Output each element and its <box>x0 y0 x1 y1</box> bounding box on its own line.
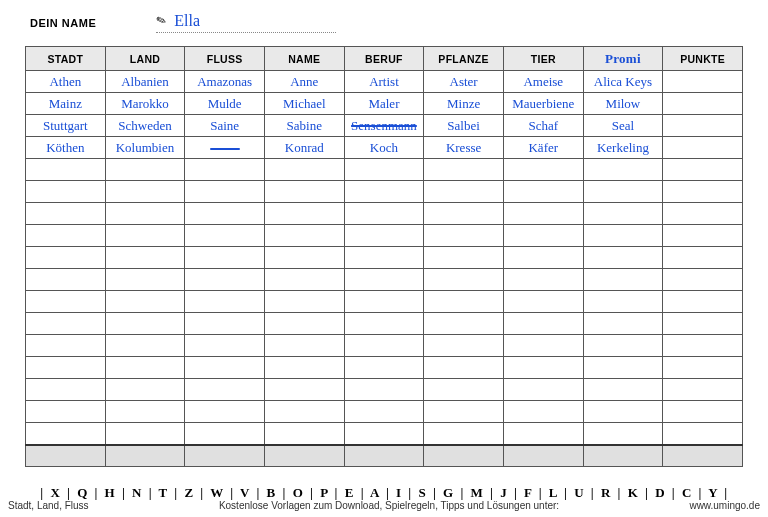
cell[interactable] <box>663 335 743 357</box>
cell[interactable] <box>185 181 265 203</box>
cell[interactable] <box>105 401 185 423</box>
cell[interactable] <box>185 423 265 445</box>
cell[interactable] <box>424 247 504 269</box>
cell[interactable]: Ameise <box>503 71 583 93</box>
cell[interactable] <box>663 291 743 313</box>
cell[interactable] <box>663 247 743 269</box>
cell[interactable] <box>503 181 583 203</box>
cell[interactable] <box>344 423 424 445</box>
cell[interactable] <box>583 247 663 269</box>
cell[interactable]: Sensenmann <box>344 115 424 137</box>
cell[interactable] <box>583 379 663 401</box>
cell[interactable] <box>185 269 265 291</box>
cell[interactable] <box>185 225 265 247</box>
cell[interactable] <box>424 291 504 313</box>
cell[interactable]: Kerkeling <box>583 137 663 159</box>
cell[interactable] <box>344 225 424 247</box>
cell[interactable] <box>583 335 663 357</box>
cell[interactable] <box>424 379 504 401</box>
cell[interactable] <box>663 269 743 291</box>
cell[interactable]: Käfer <box>503 137 583 159</box>
cell[interactable] <box>26 225 106 247</box>
cell[interactable] <box>503 247 583 269</box>
cell[interactable] <box>503 313 583 335</box>
cell[interactable]: Schweden <box>105 115 185 137</box>
cell[interactable] <box>583 401 663 423</box>
cell[interactable] <box>663 115 743 137</box>
cell[interactable] <box>185 159 265 181</box>
cell[interactable] <box>583 203 663 225</box>
cell[interactable]: Kresse <box>424 137 504 159</box>
cell[interactable] <box>26 159 106 181</box>
cell[interactable] <box>663 71 743 93</box>
cell[interactable] <box>503 357 583 379</box>
cell[interactable]: Artist <box>344 71 424 93</box>
cell[interactable] <box>185 379 265 401</box>
cell[interactable]: Albanien <box>105 71 185 93</box>
cell[interactable] <box>424 159 504 181</box>
cell[interactable] <box>663 423 743 445</box>
cell[interactable] <box>26 423 106 445</box>
cell[interactable]: Anne <box>264 71 344 93</box>
cell[interactable] <box>26 357 106 379</box>
cell[interactable] <box>26 269 106 291</box>
cell[interactable] <box>26 401 106 423</box>
cell[interactable] <box>105 313 185 335</box>
cell[interactable] <box>583 269 663 291</box>
cell[interactable]: Minze <box>424 93 504 115</box>
cell[interactable] <box>264 203 344 225</box>
cell[interactable] <box>583 291 663 313</box>
cell[interactable]: Mainz <box>26 93 106 115</box>
cell[interactable]: Alica Keys <box>583 71 663 93</box>
cell[interactable] <box>105 335 185 357</box>
cell[interactable] <box>264 401 344 423</box>
cell[interactable] <box>26 313 106 335</box>
cell[interactable] <box>583 225 663 247</box>
cell[interactable] <box>424 401 504 423</box>
cell[interactable] <box>503 203 583 225</box>
cell[interactable]: Aster <box>424 71 504 93</box>
cell[interactable]: Schaf <box>503 115 583 137</box>
cell[interactable] <box>105 247 185 269</box>
cell[interactable] <box>264 313 344 335</box>
cell[interactable] <box>264 423 344 445</box>
cell[interactable] <box>583 313 663 335</box>
cell[interactable] <box>185 335 265 357</box>
cell[interactable] <box>105 379 185 401</box>
cell[interactable] <box>503 269 583 291</box>
cell[interactable] <box>663 225 743 247</box>
cell[interactable] <box>663 357 743 379</box>
cell[interactable] <box>105 225 185 247</box>
cell[interactable] <box>185 401 265 423</box>
cell[interactable]: Maler <box>344 93 424 115</box>
cell[interactable] <box>344 335 424 357</box>
cell[interactable] <box>583 423 663 445</box>
cell[interactable] <box>663 379 743 401</box>
cell[interactable] <box>344 247 424 269</box>
cell[interactable] <box>503 335 583 357</box>
cell[interactable]: Mauerbiene <box>503 93 583 115</box>
cell[interactable] <box>185 203 265 225</box>
cell[interactable]: Milow <box>583 93 663 115</box>
cell[interactable] <box>264 247 344 269</box>
cell[interactable] <box>105 269 185 291</box>
cell[interactable]: Konrad <box>264 137 344 159</box>
cell[interactable] <box>344 181 424 203</box>
cell[interactable] <box>105 291 185 313</box>
cell[interactable] <box>424 357 504 379</box>
cell[interactable] <box>344 269 424 291</box>
cell[interactable] <box>424 225 504 247</box>
cell[interactable] <box>344 379 424 401</box>
cell[interactable] <box>26 335 106 357</box>
cell[interactable] <box>503 291 583 313</box>
cell[interactable] <box>663 401 743 423</box>
cell[interactable] <box>503 225 583 247</box>
cell[interactable] <box>503 159 583 181</box>
cell[interactable] <box>264 379 344 401</box>
cell[interactable]: Amazonas <box>185 71 265 93</box>
cell[interactable]: Saine <box>185 115 265 137</box>
cell[interactable] <box>264 159 344 181</box>
cell[interactable] <box>424 269 504 291</box>
cell[interactable] <box>26 291 106 313</box>
cell[interactable] <box>264 181 344 203</box>
